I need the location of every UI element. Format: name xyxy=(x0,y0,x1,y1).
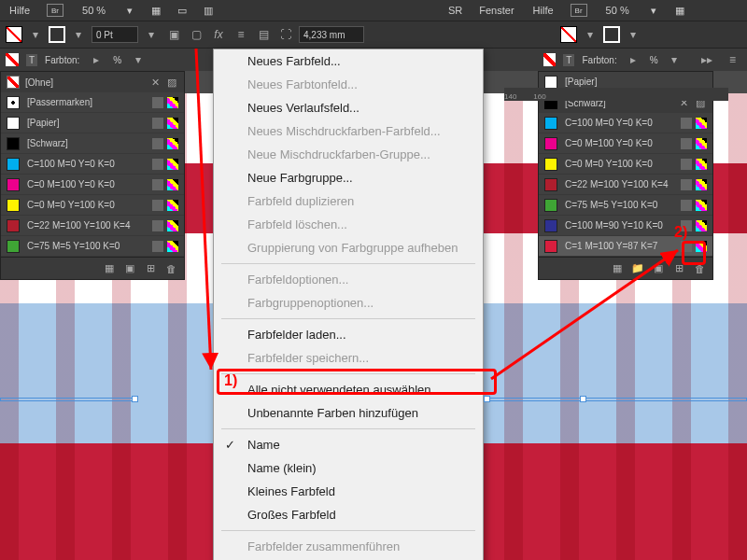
swatch-row[interactable]: [Passermarken] xyxy=(1,92,184,113)
cmyk-icon xyxy=(167,159,178,170)
none-swatch-icon xyxy=(7,76,20,89)
menu-new-gradient-swatch[interactable]: Neues Verlaufsfeld... xyxy=(214,96,483,119)
swatch-row[interactable]: C=100 M=0 Y=0 K=0 xyxy=(1,154,184,175)
swatch-row[interactable]: C=0 M=0 Y=100 K=0 xyxy=(1,195,184,216)
cmyk-icon xyxy=(696,241,707,252)
swatch-name: C=100 M=0 Y=0 K=0 xyxy=(27,159,148,169)
menu-select-all-unused[interactable]: Alle nicht verwendeten auswählen xyxy=(214,378,483,401)
swatch-row[interactable]: C=22 M=100 Y=100 K=4 xyxy=(1,216,184,236)
tint-dropdown-icon-r[interactable]: ▾ xyxy=(666,50,684,69)
swatches-panel-menu: Neues Farbfeld... Neues Farbtonfeld... N… xyxy=(213,49,484,560)
tint-slider-icon[interactable]: ▸ xyxy=(87,50,106,69)
delete-swatch-icon-r[interactable]: 🗑 xyxy=(692,261,707,276)
swatch-chip xyxy=(7,117,20,130)
new-group-icon-r[interactable]: ▣ xyxy=(651,261,666,276)
sr-label: SR xyxy=(448,5,470,16)
zoom-level[interactable]: 50 % xyxy=(82,5,106,16)
panel-menu-icon-r[interactable]: ≡ xyxy=(724,50,741,69)
menu-delete-swatch: Farbfeld löschen... xyxy=(214,213,483,236)
menu-add-unnamed-colors[interactable]: Unbenannte Farben hinzufügen xyxy=(214,401,483,425)
swatch-name: C=22 M=100 Y=100 K=4 xyxy=(565,179,677,189)
swatch-name: C=75 M=5 Y=100 K=0 xyxy=(565,200,677,210)
menu-new-color-group[interactable]: Neue Farbgruppe... xyxy=(214,166,483,189)
transform-icon[interactable]: ⛶ xyxy=(276,25,295,44)
new-swatch-icon[interactable]: ⊞ xyxy=(143,261,158,276)
menu-new-color-swatch[interactable]: Neues Farbfeld... xyxy=(214,49,483,73)
swatch-row[interactable]: C=0 M=0 Y=100 K=0 xyxy=(539,154,712,175)
swatch-row[interactable]: C=22 M=100 Y=100 K=4 xyxy=(539,175,712,195)
swatch-row[interactable]: [Schwarz] xyxy=(1,133,184,154)
stroke-weight-field[interactable]: 0 Pt xyxy=(92,26,138,43)
show-list-icon-r[interactable]: ▦ xyxy=(610,261,625,276)
swatch-row[interactable]: [Papier] xyxy=(1,113,184,133)
bridge-icon[interactable]: Br xyxy=(47,4,63,17)
menu-separator xyxy=(221,530,475,531)
tint-dropdown-icon[interactable]: ▾ xyxy=(129,50,148,69)
swatch-row[interactable]: C=0 M=100 Y=0 K=0 xyxy=(539,133,712,154)
new-group-icon[interactable]: ▣ xyxy=(122,261,137,276)
crop-icon[interactable]: ▣ xyxy=(164,25,183,44)
swatch-chip xyxy=(7,219,20,232)
swatch-row[interactable]: C=75 M=5 Y=100 K=0 xyxy=(539,195,712,216)
swatch-flag-icon xyxy=(152,97,163,108)
swatch-header-none[interactable]: [Ohne] ✕ ▨ xyxy=(1,72,184,92)
swatch-chip xyxy=(7,199,20,212)
swatch-name: C=0 M=0 Y=100 K=0 xyxy=(565,159,677,169)
dropdown-icon-r[interactable]: ▾ xyxy=(644,3,663,18)
menu-large-swatch-view[interactable]: Großes Farbfeld xyxy=(214,503,483,526)
menu-window[interactable]: Fenster xyxy=(470,5,523,16)
dropdown-icon[interactable]: ▾ xyxy=(120,3,139,18)
stroke-swatch[interactable] xyxy=(49,26,65,43)
swatch-name: [Passermarken] xyxy=(27,97,148,107)
menu-help-r[interactable]: Hilfe xyxy=(524,5,563,16)
menu-swatch-options: Farbfeldoptionen... xyxy=(214,268,483,291)
new-swatch-icon-r[interactable]: ⊞ xyxy=(671,261,686,276)
delete-swatch-icon[interactable]: 🗑 xyxy=(163,261,178,276)
stroke-swatch-r[interactable] xyxy=(603,26,620,43)
menu-separator xyxy=(221,318,475,319)
menu-load-swatches[interactable]: Farbfelder laden... xyxy=(214,323,483,346)
frame-icon[interactable]: ▢ xyxy=(187,25,205,44)
fx-icon[interactable]: fx xyxy=(209,25,228,44)
swatch-header-label: [Ohne] xyxy=(25,77,145,88)
cmyk-icon xyxy=(696,200,707,211)
width-field[interactable]: 4,233 mm xyxy=(299,26,364,43)
swatch-row[interactable]: C=75 M=5 Y=100 K=0 xyxy=(1,236,184,257)
stroke-dropdown-icon-r[interactable]: ▾ xyxy=(624,25,642,44)
swatch-row[interactable]: C=0 M=100 Y=0 K=0 xyxy=(1,175,184,195)
new-folder-icon-r[interactable]: 📁 xyxy=(630,261,645,276)
panel-collapse-icon-r[interactable]: ▸▸ xyxy=(698,50,716,69)
fill-dropdown-icon-r[interactable]: ▾ xyxy=(581,25,599,44)
swatch-chip xyxy=(544,76,557,89)
cmyk-icon xyxy=(696,220,707,231)
fill-swatch[interactable] xyxy=(6,26,22,43)
text-fill-none-icon-r[interactable] xyxy=(543,53,556,66)
zoom-level-r[interactable]: 50 % xyxy=(606,5,629,16)
lock-icon: ✕ xyxy=(148,76,162,89)
t-icon[interactable]: T xyxy=(26,54,37,66)
view-options-icon[interactable]: ▦ xyxy=(147,3,165,18)
t-icon-r[interactable]: T xyxy=(563,54,574,66)
arrange-icon[interactable]: ▥ xyxy=(199,3,218,18)
view-options-icon-r[interactable]: ▦ xyxy=(670,3,689,18)
fill-swatch-r[interactable] xyxy=(560,26,577,43)
stroke-dropdown-icon[interactable]: ▾ xyxy=(69,25,88,44)
menu-small-swatch-view[interactable]: Kleines Farbfeld xyxy=(214,480,483,503)
swatch-row[interactable]: C=100 M=0 Y=0 K=0 xyxy=(539,113,712,133)
paragraph-icon[interactable]: ≡ xyxy=(232,25,250,44)
tint-slider-icon-r[interactable]: ▸ xyxy=(625,50,642,69)
menu-help[interactable]: Hilfe xyxy=(0,5,39,16)
stroke-dropdown-2-icon[interactable]: ▾ xyxy=(142,25,161,44)
screen-mode-icon[interactable]: ▭ xyxy=(173,3,191,18)
bridge-icon-r[interactable]: Br xyxy=(571,4,587,17)
menu-name-small-view[interactable]: Name (klein) xyxy=(214,456,483,480)
cmyk-icon xyxy=(696,179,707,190)
fill-dropdown-icon[interactable]: ▾ xyxy=(26,25,45,44)
swatch-name: [Papier] xyxy=(27,118,148,128)
menu-name-view[interactable]: ✓Name xyxy=(214,433,483,456)
text-wrap-icon[interactable]: ▤ xyxy=(254,25,273,44)
swatch-name: [Schwarz] xyxy=(27,138,148,148)
show-list-icon[interactable]: ▦ xyxy=(102,261,117,276)
text-fill-none-icon[interactable] xyxy=(6,53,19,66)
swatch-flag-icon xyxy=(152,179,163,190)
